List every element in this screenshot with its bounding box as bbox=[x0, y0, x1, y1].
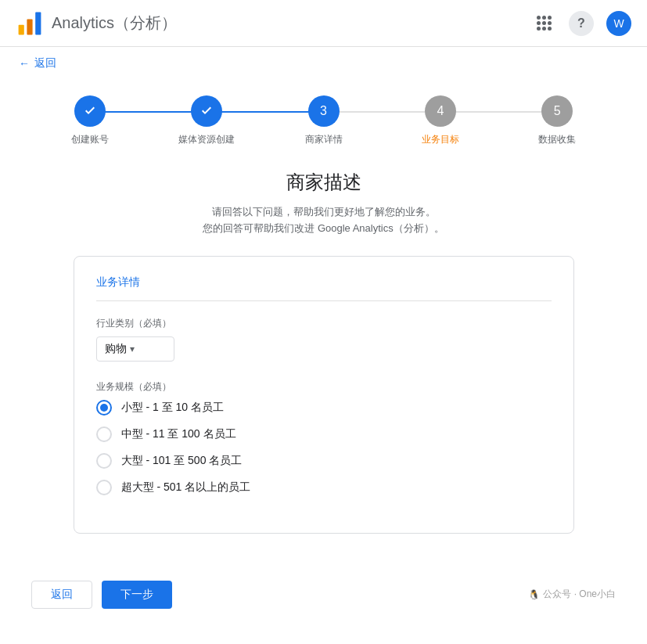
radio-medium[interactable]: 中型 - 11 至 100 名员工 bbox=[96, 426, 552, 442]
radio-large[interactable]: 大型 - 101 至 500 名员工 bbox=[96, 453, 552, 469]
watermark: 🐧 公众号 · One小白 bbox=[528, 588, 616, 601]
form-card: 业务详情 行业类别（必填） 购物 ▾ 业务规模（必填） 小型 - 1 至 10 … bbox=[74, 256, 574, 534]
step-3-number: 3 bbox=[320, 104, 327, 118]
step-3-circle: 3 bbox=[308, 95, 340, 127]
step-4: 4 业务目标 bbox=[382, 95, 498, 146]
checkmark-icon bbox=[83, 104, 97, 118]
step-5-circle: 5 bbox=[541, 95, 573, 127]
step-5: 5 数据收集 bbox=[499, 95, 616, 146]
page-subtitle: 请回答以下问题，帮助我们更好地了解您的业务。 您的回答可帮助我们改进 Googl… bbox=[31, 204, 616, 237]
avatar[interactable]: W bbox=[606, 11, 631, 36]
size-label: 业务规模（必填） bbox=[96, 380, 552, 394]
radio-xlarge-outer bbox=[96, 480, 112, 495]
step-2: 媒体资源创建 bbox=[148, 95, 264, 146]
radio-medium-outer bbox=[96, 426, 112, 442]
step-4-circle: 4 bbox=[425, 95, 456, 127]
back-arrow-icon: ← bbox=[19, 57, 30, 70]
help-button[interactable]: ? bbox=[569, 11, 594, 36]
header-title: Analytics（分析） bbox=[52, 13, 177, 34]
radio-small[interactable]: 小型 - 1 至 10 名员工 bbox=[96, 400, 552, 416]
wechat-icon: 🐧 bbox=[528, 589, 540, 600]
chevron-down-icon: ▾ bbox=[130, 344, 135, 354]
industry-select[interactable]: 购物 ▾ bbox=[96, 336, 174, 362]
back-link[interactable]: ← 返回 bbox=[0, 47, 75, 80]
radio-large-outer bbox=[96, 453, 112, 469]
subtitle-line-2: 您的回答可帮助我们改进 Google Analytics（分析）。 bbox=[31, 221, 616, 237]
radio-small-outer bbox=[96, 400, 112, 416]
svg-rect-0 bbox=[19, 24, 24, 34]
back-button[interactable]: 返回 bbox=[31, 581, 92, 609]
analytics-logo bbox=[16, 9, 44, 38]
grid-icon bbox=[537, 16, 552, 31]
footer-actions: 返回 下一步 🐧 公众号 · One小白 bbox=[0, 565, 647, 624]
back-link-label: 返回 bbox=[34, 56, 56, 70]
step-5-number: 5 bbox=[554, 104, 561, 118]
size-field-group: 业务规模（必填） 小型 - 1 至 10 名员工 中型 - 11 至 100 名… bbox=[96, 380, 552, 495]
radio-large-label: 大型 - 101 至 500 名员工 bbox=[121, 454, 243, 468]
step-4-number: 4 bbox=[437, 104, 444, 118]
checkmark-icon-2 bbox=[199, 104, 214, 118]
header: Analytics（分析） ? W bbox=[0, 0, 647, 47]
footer-left: 返回 下一步 bbox=[31, 581, 172, 609]
step-1: 创建账号 bbox=[31, 95, 148, 146]
radio-medium-label: 中型 - 11 至 100 名员工 bbox=[121, 427, 236, 441]
industry-field-group: 行业类别（必填） 购物 ▾ bbox=[96, 317, 552, 362]
svg-rect-1 bbox=[27, 19, 32, 34]
form-card-title: 业务详情 bbox=[96, 275, 552, 301]
header-right: ? W bbox=[531, 11, 631, 36]
subtitle-line-1: 请回答以下问题，帮助我们更好地了解您的业务。 bbox=[31, 204, 616, 221]
svg-rect-2 bbox=[35, 12, 41, 34]
main-content: 商家描述 请回答以下问题，帮助我们更好地了解您的业务。 您的回答可帮助我们改进 … bbox=[0, 154, 647, 557]
radio-xlarge-label: 超大型 - 501 名以上的员工 bbox=[121, 480, 251, 495]
radio-small-label: 小型 - 1 至 10 名员工 bbox=[121, 401, 224, 415]
header-left: Analytics（分析） bbox=[16, 9, 177, 38]
industry-value: 购物 bbox=[105, 342, 127, 356]
next-button[interactable]: 下一步 bbox=[102, 581, 172, 609]
step-2-circle bbox=[191, 95, 222, 127]
step-5-label: 数据收集 bbox=[538, 133, 576, 146]
page-title: 商家描述 bbox=[31, 170, 616, 195]
step-1-label: 创建账号 bbox=[71, 133, 109, 146]
step-2-label: 媒体资源创建 bbox=[178, 133, 235, 146]
step-4-label: 业务目标 bbox=[422, 133, 459, 146]
watermark-text: 公众号 · One小白 bbox=[543, 588, 616, 601]
radio-small-inner bbox=[100, 404, 108, 412]
stepper: 创建账号 媒体资源创建 3 商家详情 4 业务目标 5 数据收集 bbox=[0, 80, 647, 154]
step-3: 3 商家详情 bbox=[265, 95, 382, 146]
step-3-label: 商家详情 bbox=[305, 133, 343, 146]
radio-xlarge[interactable]: 超大型 - 501 名以上的员工 bbox=[96, 480, 552, 495]
step-1-circle bbox=[74, 95, 106, 127]
apps-button[interactable] bbox=[531, 11, 556, 36]
industry-label: 行业类别（必填） bbox=[96, 317, 552, 330]
size-radio-group: 小型 - 1 至 10 名员工 中型 - 11 至 100 名员工 大型 - 1… bbox=[96, 400, 552, 495]
